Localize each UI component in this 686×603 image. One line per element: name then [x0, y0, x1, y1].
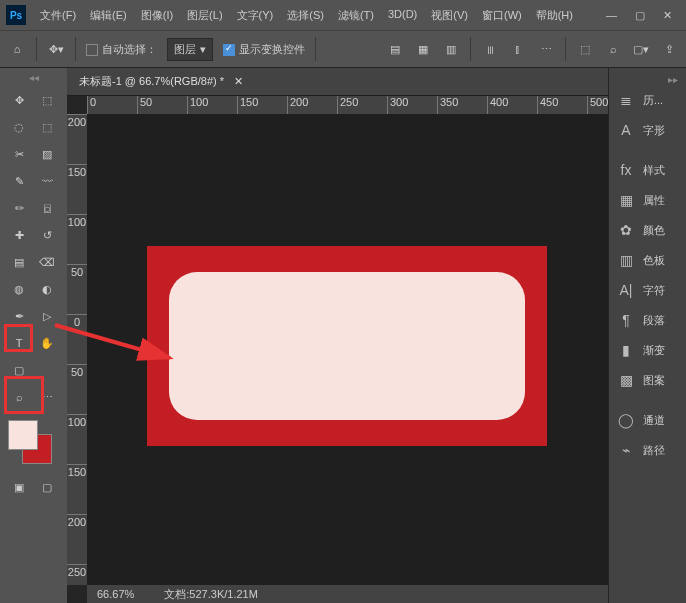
tool-marquee[interactable]: ⬚ — [34, 114, 60, 140]
menu-bar: 文件(F) 编辑(E) 图像(I) 图层(L) 文字(Y) 选择(S) 滤镜(T… — [34, 4, 579, 27]
tools-panel: ◂◂ ✥⬚◌⬚✂▨✎〰✏⌼✚↺▤⌫◍◐✒▷T✋▢⌕⋯ ▣ ▢ — [0, 68, 67, 603]
menu-select[interactable]: 选择(S) — [281, 4, 330, 27]
quickmask-icon[interactable]: ▣ — [10, 478, 28, 496]
workspace-icon[interactable]: ▢▾ — [632, 40, 650, 58]
document-tab[interactable]: 未标题-1 @ 66.7%(RGB/8#) * ✕ — [67, 68, 608, 96]
distribute-h-icon[interactable]: ⫼ — [481, 40, 499, 58]
menu-file[interactable]: 文件(F) — [34, 4, 82, 27]
panel-icon: A| — [617, 281, 635, 299]
vertical-ruler[interactable]: 20015010050050100150200250 — [67, 114, 87, 585]
panel-label: 历... — [643, 93, 663, 108]
horizontal-ruler[interactable]: 05010015020025030035040045050055060065 — [87, 96, 608, 114]
menu-layer[interactable]: 图层(L) — [181, 4, 228, 27]
menu-window[interactable]: 窗口(W) — [476, 4, 528, 27]
more-align-icon[interactable]: ⋯ — [537, 40, 555, 58]
panel-样式[interactable]: fx样式 — [609, 155, 686, 185]
status-doc-info[interactable]: 文档:527.3K/1.21M — [164, 587, 258, 602]
align-center-icon[interactable]: ▦ — [414, 40, 432, 58]
panel-颜色[interactable]: ✿颜色 — [609, 215, 686, 245]
panel-icon: ≣ — [617, 91, 635, 109]
tool-move[interactable]: ✥ — [6, 87, 32, 113]
panel-属性[interactable]: ▦属性 — [609, 185, 686, 215]
tool-stamp[interactable]: ⌼ — [34, 195, 60, 221]
menu-help[interactable]: 帮助(H) — [530, 4, 579, 27]
collapse-panels-icon[interactable]: ▸▸ — [609, 74, 686, 85]
tool-artboard[interactable]: ⬚ — [34, 87, 60, 113]
align-left-icon[interactable]: ▤ — [386, 40, 404, 58]
canvas-viewport[interactable] — [87, 114, 608, 585]
home-icon[interactable]: ⌂ — [8, 40, 26, 58]
panel-label: 字符 — [643, 283, 665, 298]
tool-zoom[interactable]: ⌕ — [6, 384, 32, 410]
close-tab-icon[interactable]: ✕ — [234, 75, 243, 88]
tool-more[interactable]: ⋯ — [34, 384, 60, 410]
panel-icon: A — [617, 121, 635, 139]
screenmode-icon[interactable]: ▢ — [38, 478, 56, 496]
panel-icon: ¶ — [617, 311, 635, 329]
tool-eyedrop[interactable]: ✎ — [6, 168, 32, 194]
canvas-artwork-rounded-rect — [169, 272, 525, 420]
menu-3d[interactable]: 3D(D) — [382, 4, 423, 27]
status-bar: 66.67% 文档:527.3K/1.21M — [87, 585, 608, 603]
panel-字符[interactable]: A|字符 — [609, 275, 686, 305]
menu-type[interactable]: 文字(Y) — [231, 4, 280, 27]
minimize-button[interactable]: — — [606, 9, 617, 22]
collapse-tools-icon[interactable]: ◂◂ — [0, 72, 67, 83]
status-zoom[interactable]: 66.67% — [97, 588, 134, 600]
panel-图案[interactable]: ▩图案 — [609, 365, 686, 395]
panel-label: 渐变 — [643, 343, 665, 358]
align-right-icon[interactable]: ▥ — [442, 40, 460, 58]
menu-edit[interactable]: 编辑(E) — [84, 4, 133, 27]
panel-路径[interactable]: ⌁路径 — [609, 435, 686, 465]
panel-色板[interactable]: ▥色板 — [609, 245, 686, 275]
canvas-artwork-bg — [147, 246, 547, 446]
panel-label: 属性 — [643, 193, 665, 208]
close-window-button[interactable]: ✕ — [663, 9, 672, 22]
move-tool-icon[interactable]: ✥▾ — [47, 40, 65, 58]
panel-label: 图案 — [643, 373, 665, 388]
foreground-color-swatch[interactable] — [8, 420, 38, 450]
tool-hand[interactable]: ✋ — [34, 330, 60, 356]
panel-icon: fx — [617, 161, 635, 179]
distribute-v-icon[interactable]: ⫿ — [509, 40, 527, 58]
menu-image[interactable]: 图像(I) — [135, 4, 179, 27]
tool-history-brush[interactable]: ↺ — [34, 222, 60, 248]
panel-icon: ▦ — [617, 191, 635, 209]
3d-mode-icon[interactable]: ⬚ — [576, 40, 594, 58]
panel-label: 字形 — [643, 123, 665, 138]
tool-dodge[interactable]: ◐ — [34, 276, 60, 302]
maximize-button[interactable]: ▢ — [635, 9, 645, 22]
panel-段落[interactable]: ¶段落 — [609, 305, 686, 335]
tool-blur[interactable]: ◍ — [6, 276, 32, 302]
tool-healing[interactable]: ✚ — [6, 222, 32, 248]
auto-select-checkbox[interactable]: 自动选择： — [86, 42, 157, 57]
tool-slice[interactable]: ▨ — [34, 141, 60, 167]
panel-通道[interactable]: ◯通道 — [609, 405, 686, 435]
menu-view[interactable]: 视图(V) — [425, 4, 474, 27]
color-swatches[interactable] — [8, 420, 52, 464]
tool-gradient[interactable]: ▤ — [6, 249, 32, 275]
tool-ruler[interactable]: 〰 — [34, 168, 60, 194]
menu-filter[interactable]: 滤镜(T) — [332, 4, 380, 27]
search-icon[interactable]: ⌕ — [604, 40, 622, 58]
tool-brush[interactable]: ✏ — [6, 195, 32, 221]
panel-label: 样式 — [643, 163, 665, 178]
tool-path-sel[interactable]: ▷ — [34, 303, 60, 329]
tool-type[interactable]: T — [6, 330, 32, 356]
panel-历...[interactable]: ≣历... — [609, 85, 686, 115]
tool-shape[interactable]: ▢ — [6, 357, 32, 383]
panel-label: 颜色 — [643, 223, 665, 238]
tool-lasso[interactable]: ◌ — [6, 114, 32, 140]
panel-label: 路径 — [643, 443, 665, 458]
tool-crop[interactable]: ✂ — [6, 141, 32, 167]
show-transform-checkbox[interactable]: 显示变换控件 — [223, 42, 305, 57]
tool-eraser[interactable]: ⌫ — [34, 249, 60, 275]
panel-label: 通道 — [643, 413, 665, 428]
share-icon[interactable]: ⇪ — [660, 40, 678, 58]
panel-渐变[interactable]: ▮渐变 — [609, 335, 686, 365]
auto-select-dropdown[interactable]: 图层▾ — [167, 38, 213, 61]
panel-字形[interactable]: A字形 — [609, 115, 686, 145]
document-tab-title: 未标题-1 @ 66.7%(RGB/8#) * — [79, 74, 224, 89]
panel-label: 段落 — [643, 313, 665, 328]
tool-pen[interactable]: ✒ — [6, 303, 32, 329]
